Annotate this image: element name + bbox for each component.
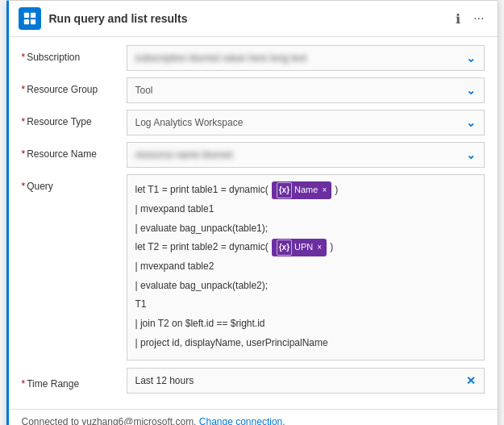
svg-rect-2 [23, 19, 28, 24]
resource-group-row: *Resource Group Tool ⌄ [22, 77, 485, 105]
svg-rect-1 [30, 13, 35, 18]
query-line-5: | mvexpand table2 [135, 258, 476, 276]
resource-type-row: *Resource Type Log Analytics Workspace ⌄ [22, 110, 485, 137]
query-line-4: let T2 = print table2 = dynamic( {x} UPN… [135, 239, 476, 256]
query-field[interactable]: let T1 = print table1 = dynamic( {x} Nam… [127, 174, 485, 360]
resource-type-label: *Resource Type [22, 110, 127, 127]
resource-type-control: Log Analytics Workspace ⌄ [127, 110, 485, 135]
time-range-row: *Time Range Last 12 hours ✕ [22, 367, 485, 394]
info-icon: ℹ [456, 11, 460, 27]
subscription-row: *Subscription subscription blurred value… [22, 45, 485, 73]
query-line-3: | evaluate bag_unpack(table1); [135, 220, 476, 238]
svg-rect-0 [23, 13, 28, 18]
time-range-value: Last 12 hours [135, 375, 194, 386]
info-button[interactable]: ℹ [452, 8, 464, 30]
name-tag[interactable]: {x} Name × [272, 181, 332, 199]
query-line-8: | join T2 on $left.id == $right.id [135, 315, 476, 333]
more-options-button[interactable]: ··· [470, 8, 487, 29]
chevron-down-icon: ⌄ [466, 148, 476, 161]
subscription-dropdown[interactable]: subscription blurred value here long tex… [127, 45, 485, 71]
card-title: Run query and list results [49, 12, 453, 25]
more-options-icon: ··· [473, 11, 484, 26]
time-range-field[interactable]: Last 12 hours ✕ [127, 368, 485, 394]
card-body: *Subscription subscription blurred value… [9, 37, 498, 409]
subscription-control: subscription blurred value here long tex… [127, 45, 485, 71]
required-star: * [22, 148, 26, 160]
name-tag-close[interactable]: × [322, 183, 327, 198]
time-range-control: Last 12 hours ✕ [127, 368, 485, 394]
query-text-2: | mvexpand table1 [135, 201, 215, 219]
resource-group-label: *Resource Group [22, 77, 127, 95]
name-tag-label: Name [294, 182, 318, 198]
query-label: *Query [22, 174, 127, 192]
resource-name-row: *Resource Name resource name blurred ⌄ [22, 142, 485, 169]
resource-name-dropdown[interactable]: resource name blurred ⌄ [127, 142, 485, 168]
query-row: *Query let T1 = print table1 = dynamic( … [22, 174, 485, 360]
subscription-value: subscription blurred value here long tex… [135, 52, 307, 64]
query-text-1a: let T1 = print table1 = dynamic( [135, 181, 269, 199]
resource-name-control: resource name blurred ⌄ [127, 142, 485, 168]
dynamic-icon: {x} [277, 182, 292, 198]
dynamic-icon-2: {x} [277, 240, 292, 256]
header-actions: ℹ ··· [452, 8, 487, 30]
run-query-card: Run query and list results ℹ ··· *Subscr… [6, 0, 498, 425]
resource-type-dropdown[interactable]: Log Analytics Workspace ⌄ [127, 110, 485, 135]
upn-tag[interactable]: {x} UPN × [272, 239, 327, 256]
card-footer: Connected to yuzhang6@microsoft.com. Cha… [9, 409, 498, 425]
query-text-4b: ) [330, 239, 333, 256]
resource-name-value: resource name blurred [135, 149, 233, 160]
time-range-label: *Time Range [22, 372, 127, 390]
query-text-1b: ) [335, 181, 338, 199]
resource-group-control: Tool ⌄ [127, 77, 485, 103]
query-text-6: | evaluate bag_unpack(table2); [135, 277, 269, 295]
change-connection-link[interactable]: Change connection. [199, 416, 285, 425]
chevron-down-icon: ⌄ [466, 52, 476, 65]
required-star: * [22, 84, 26, 95]
header-icon [19, 7, 41, 30]
query-line-9: | project id, displayName, userPrincipal… [135, 335, 476, 352]
required-star: * [22, 52, 26, 63]
upn-tag-label: UPN [294, 240, 313, 256]
clear-time-range-button[interactable]: ✕ [466, 374, 476, 387]
resource-name-label: *Resource Name [22, 142, 127, 160]
svg-rect-3 [30, 19, 35, 24]
resource-type-value: Log Analytics Workspace [135, 117, 244, 128]
chevron-down-icon: ⌄ [466, 116, 476, 129]
chevron-down-icon: ⌄ [466, 84, 476, 97]
query-line-1: let T1 = print table1 = dynamic( {x} Nam… [135, 181, 476, 199]
subscription-label: *Subscription [22, 45, 127, 63]
query-text-9: | project id, displayName, userPrincipal… [135, 335, 328, 352]
query-line-6: | evaluate bag_unpack(table2); [135, 277, 476, 295]
resource-group-value: Tool [135, 85, 153, 96]
azure-monitor-icon [23, 11, 37, 26]
query-control: let T1 = print table1 = dynamic( {x} Nam… [127, 174, 485, 360]
connection-text: Connected to yuzhang6@microsoft.com. [22, 416, 197, 425]
query-text-5: | mvexpand table2 [135, 258, 215, 276]
query-line-2: | mvexpand table1 [135, 201, 476, 219]
required-star: * [22, 378, 26, 390]
resource-group-dropdown[interactable]: Tool ⌄ [127, 77, 485, 103]
query-line-7: T1 [135, 296, 476, 314]
query-text-7: T1 [135, 296, 147, 314]
query-text-8: | join T2 on $left.id == $right.id [135, 315, 265, 333]
query-text-4a: let T2 = print table2 = dynamic( [135, 239, 269, 256]
required-star: * [22, 116, 26, 127]
query-text-3: | evaluate bag_unpack(table1); [135, 220, 269, 238]
required-star: * [22, 181, 26, 192]
card-header: Run query and list results ℹ ··· [9, 1, 498, 37]
upn-tag-close[interactable]: × [317, 240, 322, 255]
